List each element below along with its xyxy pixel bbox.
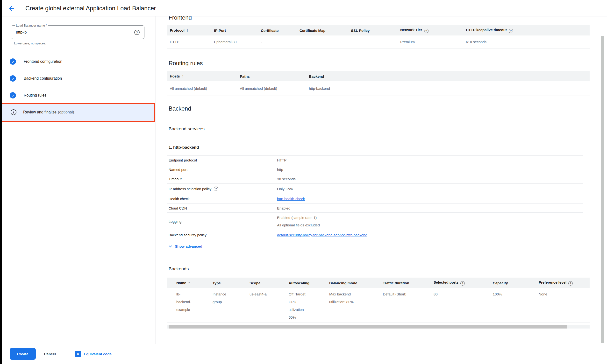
equivalent-code-button[interactable]: Equivalent code [73, 348, 113, 360]
property-value-line: All optional fields excluded [277, 221, 320, 229]
table-cell-certificate: - [258, 36, 296, 49]
help-icon[interactable]: ? [134, 30, 140, 35]
create-load-balancer-screen: Create global external Application Load … [0, 0, 607, 364]
backend-service-name: 1. http-backend [169, 144, 199, 151]
column-header-network-tier: Network Tier? [397, 25, 463, 36]
property-label-text: Timeout [169, 177, 182, 181]
table-cell-network-tier: Premium [397, 36, 463, 49]
column-header-paths: Paths [237, 71, 306, 81]
column-header-label: Selected ports [433, 280, 459, 284]
sort-asc-icon: ↑ [187, 28, 189, 32]
property-value-line: HTTP [277, 156, 286, 164]
show-advanced-link[interactable]: Show advanced [168, 244, 202, 249]
property-label: Cloud CDN [167, 206, 277, 210]
column-header-label: Name [176, 281, 186, 285]
column-header-label: Hosts [170, 74, 180, 78]
help-icon[interactable]: ? [509, 29, 513, 33]
check-icon [10, 92, 16, 99]
column-header-capacity: Capacity [490, 278, 536, 288]
property-label: IP address selection policy? [167, 187, 277, 191]
property-row-timeout: Timeout30 seconds [167, 174, 583, 184]
back-button[interactable] [7, 4, 16, 13]
create-button[interactable]: Create [10, 348, 36, 360]
app-header: Create global external Application Load … [2, 0, 607, 16]
backend-services-heading: Backend services [169, 126, 205, 132]
column-header-label: SSL Policy [351, 28, 370, 33]
table-cell-capacity: 100% [490, 288, 536, 322]
column-header-ip-port: IP:Port [211, 25, 258, 36]
column-header-name[interactable]: Name↑ [167, 278, 209, 288]
table-cell-text: Max backend utilization: 80% [329, 290, 358, 306]
table-cell-text: Off: Target CPU utilization 60% [289, 290, 310, 321]
property-link[interactable]: default-security-policy-for-backend-serv… [277, 233, 367, 237]
column-header-label: Paths [240, 74, 250, 78]
horizontal-scrollbar-thumb[interactable] [169, 325, 567, 328]
property-label: Backend security policy [167, 233, 277, 237]
property-label-text: IP address selection policy [169, 187, 211, 191]
property-label-text: Logging [169, 220, 181, 223]
property-value: Only IPv4 [277, 185, 293, 193]
column-header-certificate: Certificate [258, 25, 296, 36]
property-label-text: Endpoint protocol [169, 158, 197, 162]
column-header-label: Type [213, 281, 221, 285]
property-label: Logging [167, 220, 277, 223]
column-header-http-keepalive-timeout: HTTP keepalive timeout? [463, 25, 590, 36]
sidebar: Load Balancer name * http-lb ? Lowercase… [2, 16, 156, 344]
help-icon[interactable]: ? [424, 29, 429, 33]
arrow-back-icon [8, 5, 15, 12]
sidebar-step-review-and-finalize[interactable]: iReview and finalize(optional) [2, 104, 154, 121]
column-header-traffic-duration: Traffic duration [380, 278, 431, 288]
property-value: Enabled [277, 205, 290, 212]
check-icon [10, 75, 16, 82]
sidebar-step-backend-configuration[interactable]: Backend configuration [2, 70, 154, 87]
property-row-logging: LoggingEnabled (sample rate: 1)All optio… [167, 213, 583, 230]
property-row-health-check: Health checkhttp-health-check [167, 194, 583, 204]
property-label: Timeout [167, 177, 277, 181]
property-row-cloud-cdn: Cloud CDNEnabled [167, 204, 583, 213]
property-value-line: http [277, 166, 283, 173]
sidebar-step-routing-rules[interactable]: Routing rules [2, 87, 154, 104]
column-header-backend: Backend [306, 71, 590, 81]
column-header-protocol[interactable]: Protocol↑ [167, 25, 211, 36]
property-row-endpoint-protocol: Endpoint protocolHTTP [167, 156, 583, 165]
property-label-text: Cloud CDN [169, 206, 187, 210]
table-row: All unmatched (default)All unmatched (de… [167, 81, 590, 96]
frontend-heading: Frontend [169, 16, 192, 22]
property-label-text: Health check [169, 197, 190, 201]
help-icon[interactable]: ? [214, 187, 218, 191]
table-cell-scope: us-east4-a [246, 288, 285, 322]
code-icon [75, 351, 81, 357]
horizontal-scrollbar[interactable] [167, 325, 590, 328]
routing-rules-table: Hosts↑PathsBackendAll unmatched (default… [167, 71, 590, 96]
property-row-backend-security-policy: Backend security policydefault-security-… [167, 230, 583, 240]
backends-table: Name↑TypeScopeAutoscalingBalancing modeT… [167, 278, 590, 323]
sidebar-step-frontend-configuration[interactable]: Frontend configuration [2, 53, 154, 70]
property-value-line: http-health-check [277, 195, 305, 203]
cancel-button[interactable]: Cancel [40, 348, 60, 360]
column-header-type: Type [209, 278, 246, 288]
table-cell-text: lb-backend-example [176, 290, 193, 313]
help-icon[interactable]: ? [460, 281, 465, 286]
table-cell-ip-port: Ephemeral:80 [211, 36, 258, 49]
footer-bar: Create Cancel Equivalent code [2, 344, 607, 364]
table-cell-selected-ports: 80 [431, 288, 490, 322]
property-row-ip-address-selection-policy: IP address selection policy?Only IPv4 [167, 184, 583, 194]
table-row: HTTPEphemeral:80-Premium610 seconds [167, 36, 590, 49]
property-link[interactable]: http-health-check [277, 197, 305, 201]
backend-properties-table: Endpoint protocolHTTPNamed porthttpTimeo… [167, 156, 583, 240]
column-header-scope: Scope [246, 278, 285, 288]
column-header-hosts[interactable]: Hosts↑ [167, 71, 237, 81]
lb-name-helper-text: Lowercase, no spaces. [14, 41, 46, 45]
lb-name-field[interactable]: Load Balancer name * http-lb ? [11, 25, 144, 39]
main-panel: Frontend Protocol↑IP:PortCertificateCert… [156, 16, 607, 344]
column-header-label: HTTP keepalive timeout [466, 28, 507, 32]
sort-asc-icon: ↑ [182, 74, 184, 78]
backends-table-grid: Name↑TypeScopeAutoscalingBalancing modeT… [167, 278, 590, 323]
vertical-scrollbar[interactable] [601, 36, 604, 343]
table-cell-certificate-map [296, 36, 348, 49]
table-cell-type: Instance group [209, 288, 246, 322]
step-label: Routing rules [24, 93, 46, 98]
help-icon[interactable]: ? [568, 281, 573, 286]
show-advanced-label: Show advanced [175, 244, 202, 248]
column-header-certificate-map: Certificate Map [296, 25, 348, 36]
